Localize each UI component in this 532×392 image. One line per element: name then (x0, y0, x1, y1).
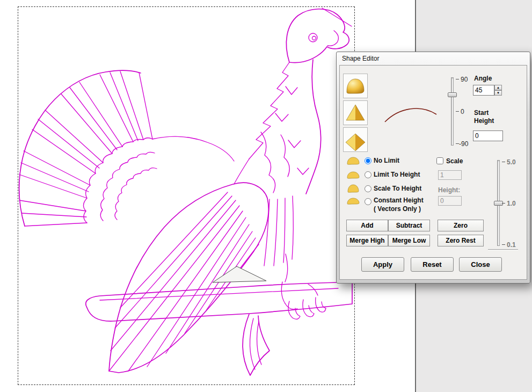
angle-label: Angle (474, 75, 492, 82)
radio-limit-to-height[interactable] (365, 171, 371, 178)
scale-tick-top (502, 162, 505, 162)
height-value-input (438, 196, 462, 206)
close-button[interactable]: Close (459, 257, 502, 272)
radio-scale-to-height-label: Scale To Height (374, 185, 421, 192)
eagle-artwork[interactable] (18, 7, 355, 386)
talons (281, 254, 326, 319)
shape-editor-dialog: Shape Editor 90 0 -90 (336, 52, 530, 284)
dome-icon (346, 184, 360, 193)
dome-shape-button[interactable] (343, 74, 368, 98)
radio-scale-to-height[interactable] (365, 185, 371, 192)
start-height-input[interactable] (473, 130, 503, 141)
add-button[interactable]: Add (346, 220, 388, 231)
scale-slider-label-01: 0.1 (507, 241, 516, 249)
merge-high-button[interactable]: Merge High (346, 235, 388, 246)
lower-tail (243, 314, 269, 375)
scale-value-input (438, 170, 462, 180)
neck-chest (152, 60, 321, 194)
scale-checkbox[interactable] (436, 157, 443, 164)
angle-spinner-up[interactable]: ▲ (494, 85, 502, 90)
zero-button[interactable]: Zero (438, 220, 484, 231)
merge-low-button[interactable]: Merge Low (388, 235, 430, 246)
divider-line (488, 249, 518, 250)
angle-slider-label-90: 90 (461, 76, 468, 83)
selection-bounds (18, 6, 355, 385)
scale-tick-mid (502, 203, 505, 204)
start-height-label: Start Height (474, 109, 502, 125)
angle-tick-mid (456, 111, 459, 112)
angle-slider-track[interactable] (451, 77, 454, 146)
angle-slider-thumb[interactable] (448, 92, 457, 97)
angle-slider-label-0: 0 (461, 108, 464, 115)
radio-no-limit-label: No Limit (374, 157, 399, 164)
subtract-button[interactable]: Subtract (388, 220, 430, 231)
radio-limit-to-height-label: Limit To Height (374, 171, 420, 178)
angle-tick-top (456, 79, 459, 79)
angle-spinner-down[interactable]: ▼ (494, 90, 502, 96)
scale-slider-label-5: 5.0 (507, 158, 516, 166)
dome-icon (346, 156, 360, 165)
dome-icon (346, 196, 360, 205)
profile-curve-preview (383, 103, 439, 125)
radio-constant-height-sublabel: ( Vectors Only ) (374, 205, 421, 213)
zero-rest-button[interactable]: Zero Rest (438, 235, 484, 246)
height-label: Height: (438, 186, 460, 194)
dialog-title: Shape Editor (342, 55, 379, 62)
dome-icon (344, 74, 367, 98)
scale-checkbox-label: Scale (446, 157, 463, 165)
radio-constant-height[interactable] (365, 198, 371, 205)
pyramid-shape-button[interactable] (343, 100, 368, 125)
reset-button[interactable]: Reset (411, 257, 454, 272)
tail-fan (19, 70, 157, 226)
scale-tick-bottom (502, 244, 505, 245)
radio-no-limit[interactable] (365, 157, 371, 164)
angle-spinner: ▲ ▼ (494, 85, 502, 96)
apply-button[interactable]: Apply (361, 257, 404, 272)
angle-slider-label-neg90: -90 (459, 140, 468, 148)
angle-input[interactable] (473, 85, 494, 96)
diamond-icon (344, 128, 367, 151)
dome-icon (346, 170, 360, 179)
radio-constant-height-label: Constant Height (374, 197, 424, 204)
diamond-shape-button[interactable] (343, 127, 368, 152)
scale-slider-label-1: 1.0 (507, 200, 516, 207)
pyramid-icon (344, 101, 367, 125)
